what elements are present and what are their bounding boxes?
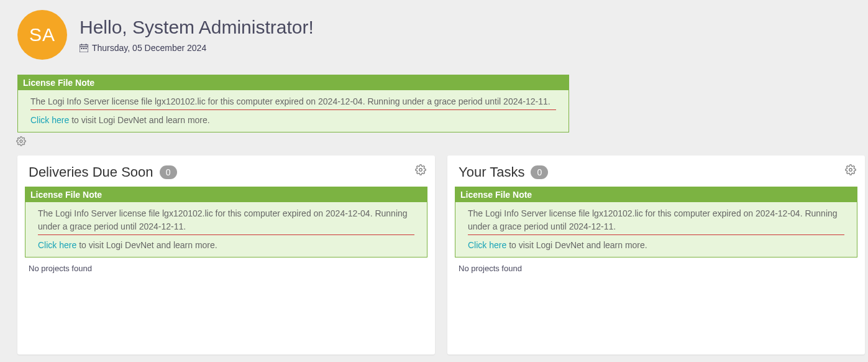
license-note-message: The Logi Info Server license file lgx120…	[38, 207, 414, 235]
license-note-message: The Logi Info Server license file lgx120…	[30, 95, 556, 110]
deliveries-settings-button[interactable]	[415, 164, 426, 177]
avatar-initials: SA	[29, 24, 55, 45]
current-date-text: Thursday, 05 December 2024	[92, 43, 206, 53]
gear-icon	[845, 164, 856, 175]
license-note-main: License File Note The Logi Info Server l…	[17, 75, 569, 132]
settings-gear-top[interactable]	[16, 136, 851, 148]
license-note-title: License File Note	[455, 187, 857, 202]
license-link-suffix: to visit Logi DevNet and learn more.	[76, 240, 217, 250]
deliveries-title: Deliveries Due Soon	[29, 164, 153, 180]
license-note-deliveries: License File Note The Logi Info Server l…	[25, 187, 427, 258]
license-link-suffix: to visit Logi DevNet and learn more.	[69, 115, 209, 125]
deliveries-count-badge: 0	[160, 165, 177, 179]
tasks-count-badge: 0	[531, 165, 548, 179]
tasks-empty-message: No projects found	[455, 261, 857, 276]
license-note-tasks: License File Note The Logi Info Server l…	[455, 187, 857, 258]
deliveries-panel: Deliveries Due Soon 0 License File Note …	[17, 155, 435, 355]
license-note-message: The Logi Info Server license file lgx120…	[468, 207, 844, 235]
license-learn-more-link[interactable]: Click here	[30, 115, 69, 125]
svg-rect-4	[81, 48, 83, 49]
tasks-panel: Your Tasks 0 License File Note The Logi …	[447, 155, 865, 355]
license-learn-more-link[interactable]: Click here	[468, 240, 506, 250]
calendar-icon	[80, 44, 88, 52]
svg-point-8	[419, 169, 423, 172]
avatar: SA	[17, 10, 67, 60]
license-note-title: License File Note	[18, 75, 569, 90]
gear-icon	[415, 164, 426, 175]
greeting-title: Hello, System Administrator!	[80, 17, 314, 38]
svg-rect-5	[83, 48, 85, 49]
svg-point-7	[20, 140, 22, 142]
deliveries-empty-message: No projects found	[25, 261, 427, 276]
svg-rect-6	[86, 48, 87, 49]
license-learn-more-link[interactable]: Click here	[38, 240, 76, 250]
tasks-title: Your Tasks	[459, 164, 524, 180]
license-note-link-line: Click here to visit Logi DevNet and lear…	[38, 239, 414, 252]
svg-point-9	[849, 169, 852, 172]
page-header: SA Hello, System Administrator! Thursday…	[17, 10, 851, 60]
current-date: Thursday, 05 December 2024	[80, 43, 314, 53]
license-note-link-line: Click here to visit Logi DevNet and lear…	[30, 114, 556, 127]
license-link-suffix: to visit Logi DevNet and learn more.	[506, 240, 647, 250]
license-note-link-line: Click here to visit Logi DevNet and lear…	[468, 239, 844, 252]
gear-icon	[16, 136, 26, 146]
license-note-title: License File Note	[25, 187, 427, 202]
tasks-settings-button[interactable]	[845, 164, 856, 177]
